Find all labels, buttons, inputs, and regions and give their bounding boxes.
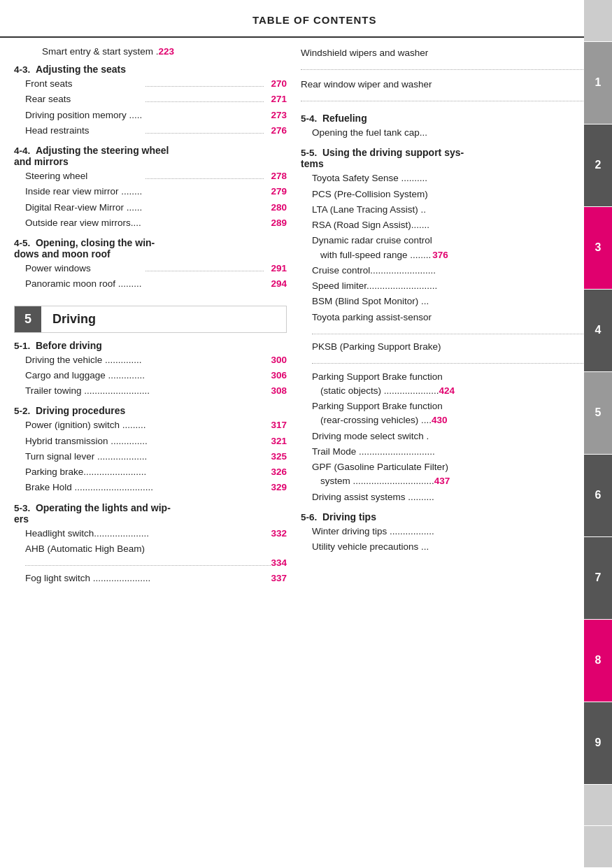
toc-entry-power-windows: Power windows 291 <box>14 262 287 276</box>
section-4-3-title: Adjusting the seats <box>36 64 126 75</box>
toc-entry-headlight: Headlight switch..................... 33… <box>14 527 287 541</box>
toc-entry-winter-driving: Winter driving tips ................. 44… <box>301 525 605 539</box>
toc-entry-driving-vehicle: Driving the vehicle .............. 300 <box>14 353 287 367</box>
toc-entry-psb-rear-wrap: Parking Support Brake function (rear-cro… <box>312 399 605 428</box>
toc-entry-bsm: BSM (Blind Spot Monitor) ... 393 <box>301 294 605 308</box>
section-4-5: 4-5. Opening, closing the win-dows and m… <box>14 237 287 292</box>
toc-entry-digital-mirror: Digital Rear-view Mirror ...... 280 <box>14 201 287 215</box>
toc-entry-brake-hold: Brake Hold .............................… <box>14 481 287 495</box>
section-5-3: 5-3. Operating the lights and wip-ers He… <box>14 502 287 586</box>
windshield-text: Windshield wipers and washer <box>301 48 428 58</box>
toc-entry-speed-limiter: Speed limiter...........................… <box>301 279 605 293</box>
section-5-2-title: Driving procedures <box>36 405 125 416</box>
sidebar-tabs: 1 2 3 4 5 6 7 8 9 <box>584 0 612 868</box>
toc-entry-steering-wheel: Steering wheel 278 <box>14 169 287 183</box>
section-5-1-header: 5-1. Before driving <box>14 340 287 351</box>
toc-entry-pksb-wrap: PKSB (Parking Support Brake) 420 <box>312 340 605 369</box>
ahb-page: 334 <box>271 556 287 570</box>
toc-entry-cruise: Cruise control......................... … <box>301 264 605 278</box>
toc-entry-rear-wiper-wrap: Rear window wiper and washer 340 <box>301 78 605 106</box>
section-5-number: 5 <box>15 306 41 332</box>
section-5-4: 5-4. Refueling Opening the fuel tank cap… <box>301 113 605 140</box>
psb-static-page: 424 <box>439 384 455 398</box>
toc-entry-windshield-wrap: Windshield wipers and washer 338 <box>301 46 605 75</box>
sidebar-tab-2[interactable]: 2 <box>584 124 612 207</box>
toc-entry-psb-static-wrap: Parking Support Brake function (static o… <box>312 370 605 399</box>
smart-entry-row: Smart entry & start system . 223 <box>42 46 287 57</box>
windshield-dots <box>301 69 589 70</box>
toc-entry-trail-mode: Trail Mode .............................… <box>301 445 605 459</box>
psb-rear-page: 430 <box>432 413 448 427</box>
section-4-3: 4-3. Adjusting the seats Front seats 270… <box>14 64 287 138</box>
toc-entry-inside-mirror: Inside rear view mirror ........ 279 <box>14 185 287 199</box>
section-4-3-header: 4-3. Adjusting the seats <box>14 64 287 75</box>
sidebar-spacer-1 <box>584 785 612 827</box>
sidebar-tab-1[interactable]: 1 <box>584 42 612 124</box>
section-4-5-header: 4-5. Opening, closing the win-dows and m… <box>14 237 287 259</box>
toc-entry-lta: LTA (Lane Tracing Assist) .. 362 <box>301 203 605 217</box>
ahb-dots <box>25 565 271 566</box>
sidebar-tab-8[interactable]: 8 <box>584 620 612 702</box>
rear-wiper-dots <box>301 101 589 101</box>
toc-entry-trailer: Trailer towing .........................… <box>14 384 287 398</box>
section-5-3-title: Operating the lights and wip-ers <box>14 502 171 525</box>
section-5-2: 5-2. Driving procedures Power (ignition)… <box>14 405 287 495</box>
left-column: Smart entry & start system . 223 4-3. Ad… <box>0 45 294 595</box>
dynamic-radar-page: 376 <box>432 248 448 262</box>
section-4-4-header: 4-4. Adjusting the steering wheeland mir… <box>14 145 287 167</box>
gpf-page: 437 <box>434 474 450 488</box>
section-5-5-title: Using the driving support sys-tems <box>301 147 464 169</box>
rear-wiper-text: Rear window wiper and washer <box>301 79 432 90</box>
toc-entry-rsa: RSA (Road Sign Assist)....... 372 <box>301 218 605 232</box>
sidebar-tab-7[interactable]: 7 <box>584 537 612 620</box>
toc-entry-parking-brake: Parking brake........................ 32… <box>14 465 287 479</box>
toc-entry-gpf-wrap: GPF (Gasoline Particulate Filter) system… <box>312 460 605 489</box>
toc-entry-power-switch: Power (ignition) switch ......... 317 <box>14 418 287 432</box>
toc-entry-ahb-wrap: AHB (Automatic High Beam) 334 <box>25 542 287 571</box>
toc-entry-outside-mirrors: Outside rear view mirrors.... 289 <box>14 216 287 230</box>
toc-entry-cargo: Cargo and luggage .............. 306 <box>14 369 287 383</box>
sidebar-tab-6[interactable]: 6 <box>584 455 612 537</box>
section-5-2-header: 5-2. Driving procedures <box>14 405 287 416</box>
smart-entry-text: Smart entry & start system . <box>42 46 159 57</box>
section-5-header: 5 Driving <box>14 306 287 333</box>
sidebar-tab-5[interactable]: 5 <box>584 372 612 455</box>
toc-entry-rear-seats: Rear seats 271 <box>14 92 287 106</box>
section-4-4-title: Adjusting the steering wheeland mirrors <box>14 145 169 167</box>
sidebar-spacer-top <box>584 0 612 42</box>
toc-entry-head-restraints: Head restraints 276 <box>14 124 287 138</box>
toc-entry-fog-light: Fog light switch ...................... … <box>14 571 287 585</box>
section-5-5-header: 5-5. Using the driving support sys-tems <box>301 147 605 169</box>
toc-entry-front-seats: Front seats 270 <box>14 77 287 91</box>
toc-entry-utility-precautions: Utility vehicle precautions ... 448 <box>301 540 605 554</box>
section-5-title: Driving <box>41 306 107 332</box>
section-5-4-header: 5-4. Refueling <box>301 113 605 124</box>
sidebar-tab-3[interactable]: 3 <box>584 207 612 290</box>
toc-entry-panoramic-roof: Panoramic moon roof ......... 294 <box>14 277 287 291</box>
section-4-4: 4-4. Adjusting the steering wheeland mir… <box>14 145 287 230</box>
section-5-1: 5-1. Before driving Driving the vehicle … <box>14 340 287 399</box>
toc-entry-driving-assist: Driving assist systems .......... 438 <box>301 490 605 504</box>
smart-entry-page: 223 <box>159 46 175 57</box>
ahb-text: AHB (Automatic High Beam) <box>25 542 145 556</box>
section-5-4-title: Refueling <box>322 113 367 124</box>
toc-entry-driving-position: Driving position memory ..... 273 <box>14 108 287 122</box>
sidebar-tab-4[interactable]: 4 <box>584 290 612 372</box>
toc-entry-fuel-cap: Opening the fuel tank cap... 342 <box>301 126 605 140</box>
toc-entry-hybrid-transmission: Hybrid transmission .............. 321 <box>14 434 287 448</box>
right-column: Windshield wipers and washer 338 Rear wi… <box>294 45 612 595</box>
toc-entry-dynamic-radar-wrap: Dynamic radar cruise control with full-s… <box>312 234 605 262</box>
toc-entry-drive-mode: Driving mode select switch . 434 <box>301 429 605 443</box>
section-5-6-header: 5-6. Driving tips <box>301 511 605 522</box>
section-5-3-header: 5-3. Operating the lights and wip-ers <box>14 502 287 525</box>
page-title: TABLE OF CONTENTS <box>42 14 587 26</box>
section-5-5: 5-5. Using the driving support sys-tems … <box>301 147 605 504</box>
toc-entry-parking-sensor-wrap: Toyota parking assist-sensor 414 <box>312 311 605 339</box>
toc-entry-turn-signal: Turn signal lever ................... 32… <box>14 450 287 464</box>
main-content: Smart entry & start system . 223 4-3. Ad… <box>0 45 612 595</box>
sidebar-tab-9[interactable]: 9 <box>584 702 612 785</box>
toc-entry-pcs: PCS (Pre-Collision System) 355 <box>301 187 605 201</box>
sidebar-spacer-2 <box>584 826 612 868</box>
section-5-1-title: Before driving <box>36 340 102 351</box>
section-5-6-title: Driving tips <box>322 511 376 522</box>
